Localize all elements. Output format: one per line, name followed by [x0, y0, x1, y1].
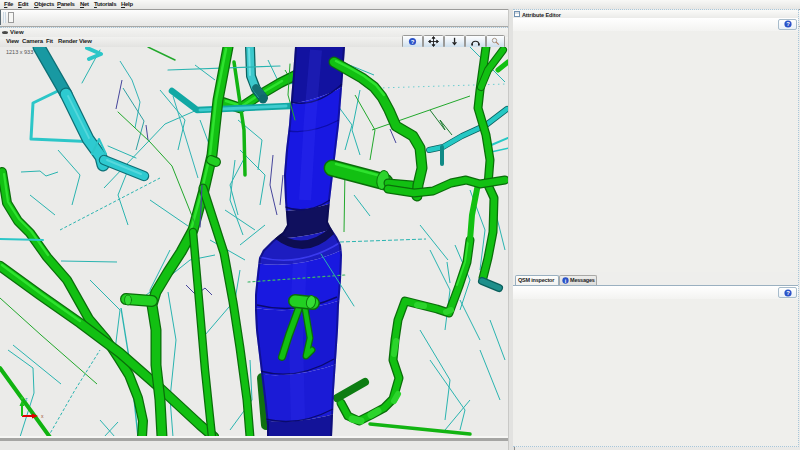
svg-text:?: ? [411, 39, 415, 45]
svg-text:?: ? [786, 290, 790, 296]
svg-text:z: z [25, 396, 28, 402]
svg-text:?: ? [786, 21, 790, 27]
svg-text:1213 x 933: 1213 x 933 [6, 49, 33, 55]
svg-text:x: x [41, 413, 44, 419]
